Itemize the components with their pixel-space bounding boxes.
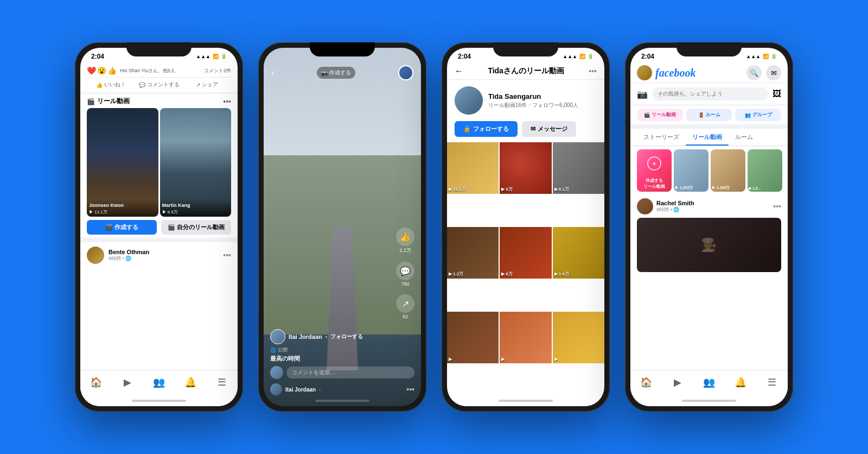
groups-label: グループ (752, 111, 772, 118)
profile-meta: リール動画16件・フォロワー6,000人 (488, 102, 597, 109)
follow-label[interactable]: フォローする (330, 333, 363, 340)
comment-input[interactable]: コメントを追加… (286, 367, 414, 379)
camera-icon: 📷 (321, 70, 328, 76)
comment-action[interactable]: 💬 780 (396, 262, 414, 287)
share-placeholder: その気持ち、シェアしよう (658, 91, 723, 97)
grid-cell-7[interactable]: ▶ (447, 312, 499, 363)
more-icon-2[interactable]: ••• (406, 385, 414, 394)
p4-post-dots[interactable]: ••• (773, 202, 781, 211)
create-label: 作成する (329, 69, 351, 77)
nav-bar-4: 🏠 ▶ 👥 🔔 ☰ (630, 370, 788, 395)
grid-cell-1[interactable]: ▶ 12.1万 (447, 142, 499, 194)
reel-right-actions: 👍 2.2万 💬 780 ↗ 52 (396, 228, 414, 319)
home-indicator-4 (630, 395, 788, 406)
grid-views-2: ▶ 9万 (501, 186, 512, 192)
reel-card-2[interactable]: ▶ 1,200万 (711, 149, 745, 192)
quick-rooms[interactable]: 🚪 ルーム (686, 109, 732, 121)
reels-grid: Joonseo Kwon ▶ 12.1万 Martin Kang ▶ 8.8万 (80, 108, 238, 217)
nav-bell-1[interactable]: 🔔 (183, 375, 198, 390)
like-label: いいね！ (104, 81, 126, 89)
tab-rooms[interactable]: ルーム (729, 129, 760, 146)
home-bar-3 (499, 400, 553, 402)
nav-menu-4[interactable]: ☰ (764, 375, 780, 390)
follow-icon: 🔒 (463, 125, 471, 133)
profile-action-row: 🔒 フォローする ✉ メッセージ (447, 121, 604, 142)
like-circle: 👍 (396, 228, 414, 246)
nav-home-1[interactable]: 🏠 (88, 375, 104, 390)
grid-views-1: ▶ 12.1万 (449, 186, 466, 192)
quick-reels[interactable]: 🎬 リール動画 (637, 109, 683, 121)
follow-button[interactable]: 🔒 フォローする (455, 121, 518, 137)
reel-top-bar: ‹ 📷 作成する (264, 63, 421, 83)
p3-back-icon[interactable]: ← (455, 66, 463, 76)
reels-grid-3: ▶ 12.1万 ▶ 9万 ▶ 8.1万 (447, 142, 604, 395)
groups-icon: 👥 (745, 112, 751, 118)
profile-name: Tida Saengarun (488, 92, 597, 100)
phones-container: 2:04 ▲▲▲ 📶 🔋 ❤️ 😮 👍 Hoi Shan Yiuさん、 (42, 21, 826, 433)
reel-dot: • (326, 334, 328, 340)
create-reel-button[interactable]: 🎬 作成する (87, 220, 157, 235)
nav-menu-1[interactable]: ☰ (214, 375, 229, 390)
content-tabs: ストーリーズ リール動画 ルーム (630, 129, 788, 146)
nav-video-1[interactable]: ▶ (120, 375, 135, 390)
nav-video-4[interactable]: ▶ (670, 375, 685, 390)
my-reel-button[interactable]: 🎬 自分のリール動画 (161, 220, 231, 235)
rooms-label: ルーム (706, 111, 720, 118)
grid-cell-4[interactable]: ▶ 1.2万 (447, 227, 499, 279)
like-button[interactable]: 👍 いいね！ (87, 80, 135, 90)
tab-stories[interactable]: ストーリーズ (637, 129, 686, 146)
message-button[interactable]: ✉ メッセージ (522, 121, 576, 137)
create-button[interactable]: 📷 作成する (317, 67, 355, 79)
nav-bar-1: 🏠 ▶ 👥 🔔 ☰ (80, 370, 238, 395)
grid-cell-2[interactable]: ▶ 9万 (500, 142, 551, 194)
create-reel-card[interactable]: + 作成するリール動画 (637, 149, 672, 192)
reel-card-3[interactable]: ▶ 1,2... (748, 149, 782, 192)
status-time-1: 2:04 (91, 53, 104, 60)
nav-bell-4[interactable]: 🔔 (733, 375, 748, 390)
nav-friends-4[interactable]: 👥 (701, 375, 717, 390)
search-icon-btn[interactable]: 🔍 (746, 65, 762, 80)
comment-button[interactable]: 💬 コメントする (135, 80, 183, 90)
tab-reels[interactable]: リール動画 (686, 129, 729, 146)
grid-cell-3[interactable]: ▶ 8.1万 (553, 142, 604, 194)
reel-overlay-2: Martin Kang ▶ 8.8万 (160, 199, 232, 217)
reel-visibility: 🌐 公開 (270, 346, 388, 354)
quick-groups[interactable]: 👥 グループ (735, 109, 781, 121)
plus-icon: + (647, 156, 661, 171)
reel-thumb-2[interactable]: Martin Kang ▶ 8.8万 (160, 108, 232, 217)
p4-user-avatar (637, 65, 652, 80)
grid-cell-9[interactable]: ▶ (553, 312, 604, 363)
grid-cell-8[interactable]: ▶ (500, 312, 551, 363)
reel-views-card-3: ▶ 1,2... (749, 186, 761, 191)
grid-cell-6[interactable]: ▶ 1.4万 (553, 227, 604, 279)
phone-3: 2:04 ▲▲▲ 📶 🔋 ← Tidaさんのリール動画 ••• Ti (442, 42, 610, 412)
share-action[interactable]: ↗ 52 (396, 294, 414, 319)
post-actions: 👍 いいね！ 💬 コメントする ↗ シェア (87, 77, 231, 90)
reel-card-1[interactable]: ▶ 1,200万 (674, 149, 709, 192)
share-button[interactable]: ↗ シェア (183, 80, 231, 90)
reel-thumb-1[interactable]: Joonseo Kwon ▶ 12.1万 (87, 108, 158, 217)
messenger-icon-btn[interactable]: ✉ (766, 65, 781, 80)
profile-avatar (455, 86, 483, 115)
post-more-icon[interactable]: ••• (223, 251, 231, 260)
share-input[interactable]: その気持ち、シェアしよう (652, 87, 768, 100)
reel-overlay-1: Joonseo Kwon ▶ 12.1万 (87, 199, 158, 217)
my-reel-icon: 🎬 (168, 224, 175, 231)
comment-count: コメント2件 (204, 67, 231, 74)
nav-friends-1[interactable]: 👥 (151, 375, 167, 390)
like-icon: 👍 (96, 82, 103, 88)
grid-cell-5[interactable]: ▶ 8万 (500, 227, 551, 279)
nav-home-4[interactable]: 🏠 (639, 375, 654, 390)
grid-views-5: ▶ 8万 (501, 271, 512, 277)
emoji-like: 👍 (107, 66, 117, 75)
create-reel-label: 作成するリール動画 (642, 178, 666, 190)
post-avatar (87, 247, 104, 264)
like-action[interactable]: 👍 2.2万 (396, 228, 414, 254)
commenter-name: Itai Jordaan (285, 387, 316, 393)
p3-more-icon[interactable]: ••• (589, 67, 597, 75)
reaction-names: Hoi Shan Yiuさん、他5人 (120, 67, 175, 74)
reels-icon: 🎬 (87, 98, 95, 105)
reels-more-icon[interactable]: ••• (223, 97, 231, 106)
back-icon[interactable]: ‹ (271, 68, 274, 78)
status-time-3: 2:04 (458, 53, 471, 60)
